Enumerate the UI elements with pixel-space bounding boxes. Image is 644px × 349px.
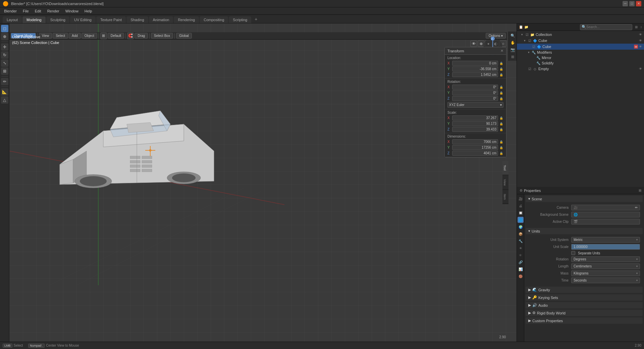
grab-icon[interactable]: ✋ — [509, 39, 516, 46]
loc-y-lock[interactable]: 🔒 — [499, 67, 503, 71]
dim-y-value[interactable]: 17256 cm — [452, 145, 498, 150]
add-menu[interactable]: Add — [69, 33, 81, 39]
global-dropdown[interactable]: Global — [176, 33, 192, 39]
show-overlays-button[interactable]: 👁 — [470, 40, 477, 47]
dim-z-lock[interactable]: 🔒 — [499, 152, 503, 155]
cube-parent-checkbox[interactable]: ☑ — [527, 39, 532, 43]
filter-icon[interactable]: ⊞ — [635, 25, 638, 29]
prop-tab-modifier[interactable]: 🔧 — [518, 238, 524, 244]
units-section-header[interactable]: ▾ Units — [526, 228, 643, 234]
scale-x-value[interactable]: 37.267 — [452, 115, 498, 120]
scene-section-header[interactable]: ▾ Scene — [526, 196, 643, 202]
tool-scale[interactable]: ⤡ — [1, 59, 8, 67]
menu-render[interactable]: Render — [45, 8, 62, 14]
cube-parent-arrow[interactable]: ▾ — [522, 39, 527, 42]
tool-select[interactable]: ◻ — [1, 25, 8, 32]
orientation-icon[interactable]: ⊞ — [100, 33, 107, 39]
prop-tab-scene[interactable]: 🌐 — [518, 217, 524, 223]
tab-shading[interactable]: Shading — [126, 16, 148, 23]
tool-rotate[interactable]: ↻ — [1, 51, 8, 59]
minimize-button[interactable]: ─ — [623, 1, 628, 6]
transform-menu[interactable]: Drag — [135, 33, 148, 39]
prop-tab-output[interactable]: 🖨 — [518, 203, 524, 209]
keying-sets-header[interactable]: ▶ 🔑 Keying Sets — [526, 294, 643, 301]
snap-box[interactable]: Select Box — [151, 33, 173, 39]
unit-system-value[interactable]: Metric ▾ — [571, 237, 640, 243]
object-menu[interactable]: Object — [82, 33, 97, 39]
tab-compositing[interactable]: Compositing — [200, 16, 228, 23]
modifiers-arrow[interactable]: ▾ — [526, 51, 531, 54]
rot-y-lock[interactable]: 🔒 — [499, 91, 503, 95]
scale-z-lock[interactable]: 🔒 — [499, 128, 503, 131]
outliner-item-collection[interactable]: ▾ ☑ 📁 Collection 👁 — [517, 32, 644, 38]
rotation-mode-dropdown[interactable]: XYZ Euler ▾ — [447, 102, 503, 108]
transform-panel-close[interactable]: ✕ — [500, 49, 503, 53]
cube-checkbox[interactable]: ☑ — [531, 45, 536, 49]
prop-tab-view-layer[interactable]: 🔲 — [518, 210, 524, 216]
audio-section-header[interactable]: ▶ 🔊 Audio — [526, 302, 643, 308]
tool-add-primitive[interactable]: △ — [1, 96, 8, 104]
gravity-section-header[interactable]: ▶ 🌊 Gravity — [526, 287, 643, 293]
close-button[interactable]: ✕ — [636, 1, 641, 6]
prop-tab-object[interactable]: 📦 — [518, 231, 524, 237]
scale-x-lock[interactable]: 🔒 — [499, 116, 503, 120]
loc-x-lock[interactable]: 🔒 — [499, 62, 503, 65]
maximize-button[interactable]: □ — [629, 1, 635, 6]
tab-texture-paint[interactable]: Texture Paint — [96, 16, 126, 23]
loc-z-lock[interactable]: 🔒 — [499, 73, 503, 77]
tab-sculpting[interactable]: Sculpting — [46, 16, 69, 23]
grid-icon[interactable]: ⊞ — [509, 53, 516, 60]
tab-layout[interactable]: Layout — [3, 16, 22, 23]
prop-tab-data[interactable]: 📊 — [518, 266, 524, 272]
prop-tab-material[interactable]: 🟤 — [518, 273, 524, 279]
menu-window[interactable]: Window — [63, 8, 81, 14]
props-filter-icon[interactable]: ⊞ — [639, 189, 641, 192]
outliner-item-cube-parent[interactable]: ▾ ☑ 🔷 Cube 👁 — [517, 38, 644, 44]
outliner-search-input[interactable] — [586, 25, 631, 29]
col-vis-icon[interactable]: 👁 — [638, 32, 643, 37]
rot-z-lock[interactable]: 🔒 — [499, 97, 503, 100]
side-tab-item[interactable]: Item — [502, 190, 508, 204]
tool-cursor[interactable]: ⊕ — [1, 33, 8, 40]
scale-z-value[interactable]: 39.433 — [452, 127, 498, 132]
cube-vis-icon[interactable]: 👁 — [638, 44, 643, 49]
rot-y-value[interactable]: 0° — [452, 90, 498, 95]
rot-z-value[interactable]: 0° — [452, 96, 498, 101]
prop-tab-constraints[interactable]: 🔗 — [518, 259, 524, 265]
dim-z-value[interactable]: 4041 cm — [452, 151, 498, 156]
tool-measure[interactable]: 📐 — [1, 88, 8, 96]
menu-edit[interactable]: Edit — [32, 8, 44, 14]
menu-blender[interactable]: Blender — [1, 8, 19, 14]
camera-edit-icon[interactable]: ✏ — [635, 206, 638, 209]
rot-x-lock[interactable]: 🔒 — [499, 86, 503, 89]
sort-icon[interactable]: ↕ — [640, 25, 642, 29]
rotation-units-value[interactable]: Degrees ▾ — [571, 256, 640, 262]
outliner-item-empty[interactable]: ☑ ◇ Empty 👁 — [517, 66, 644, 72]
camera-value[interactable]: 🎥 ✏ — [571, 205, 640, 210]
mass-value[interactable]: Kilograms ▾ — [571, 270, 640, 276]
active-clip-value[interactable]: 🎬 — [571, 219, 640, 225]
snap-icon[interactable]: 🧲 — [127, 33, 134, 39]
prop-tab-particles[interactable]: ✳ — [518, 245, 524, 251]
viewport[interactable]: Object Mode View Select Add Object ⊞ Def… — [9, 23, 517, 342]
bg-scene-value[interactable]: 🌐 — [571, 212, 640, 217]
outliner-item-solidify[interactable]: 🔧 Solidify — [517, 60, 644, 66]
outliner-item-cube[interactable]: ☑ 🔷 Cube M 👁 — [517, 44, 644, 50]
prop-tab-physics[interactable]: ⚛ — [518, 252, 524, 258]
side-tab-tool[interactable]: Tool — [502, 161, 508, 175]
dim-y-lock[interactable]: 🔒 — [499, 146, 503, 149]
zoom-icon[interactable]: 🔍 — [509, 32, 516, 39]
loc-x-value[interactable]: 0 cm — [452, 61, 498, 66]
dim-x-value[interactable]: 7066 cm — [452, 139, 498, 144]
prop-tab-world[interactable]: 🌍 — [518, 224, 524, 230]
tab-scripting[interactable]: Scripting — [229, 16, 251, 23]
prop-tab-render[interactable]: 🎥 — [518, 196, 524, 202]
tab-rendering[interactable]: Rendering — [174, 16, 199, 23]
dim-x-lock[interactable]: 🔒 — [499, 140, 503, 144]
tool-annotate[interactable]: ✏ — [1, 78, 8, 85]
menu-help[interactable]: Help — [82, 8, 95, 14]
tab-uv-editing[interactable]: UV Editing — [70, 16, 96, 23]
empty-vis-icon[interactable]: 👁 — [638, 66, 643, 71]
side-tab-view[interactable]: View — [502, 175, 508, 190]
loc-y-value[interactable]: -36.558 cm — [452, 66, 498, 71]
